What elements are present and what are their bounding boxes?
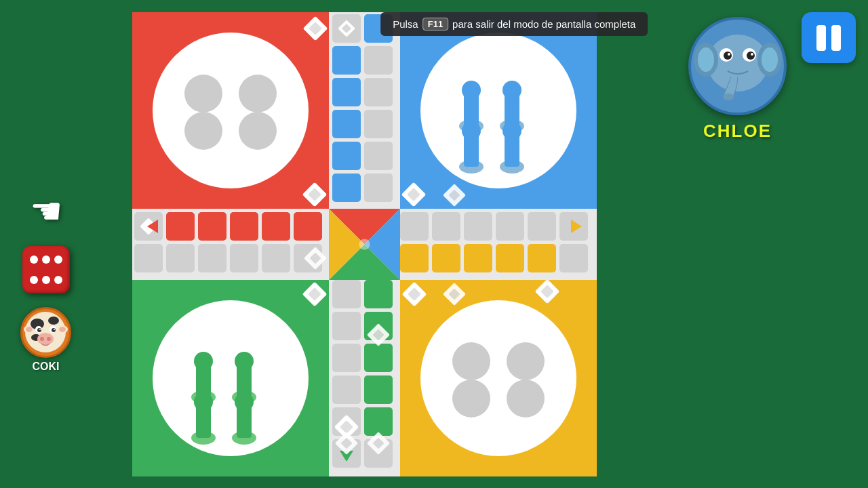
svg-rect-76 (496, 212, 524, 241)
dice-icon[interactable] (22, 246, 70, 293)
svg-point-7 (239, 75, 277, 113)
chloe-player: CHLOE (688, 17, 787, 142)
chloe-avatar-circle (688, 17, 787, 115)
svg-point-16 (502, 81, 521, 100)
svg-rect-66 (262, 244, 290, 272)
svg-rect-72 (432, 212, 460, 241)
svg-point-23 (153, 300, 309, 456)
dice-dot (42, 256, 50, 264)
svg-point-8 (184, 112, 222, 150)
svg-point-145 (47, 337, 51, 341)
tooltip-suffix: para salir del modo de pantalla completa (452, 18, 635, 30)
svg-point-153 (724, 52, 732, 60)
svg-point-154 (747, 52, 755, 60)
svg-point-36 (420, 300, 576, 456)
svg-point-40 (507, 380, 545, 418)
hand-pointer-icon: ☚ (30, 190, 62, 232)
svg-rect-45 (332, 46, 361, 75)
svg-rect-75 (464, 244, 492, 272)
svg-rect-49 (332, 110, 361, 138)
svg-rect-48 (364, 78, 393, 106)
svg-point-6 (184, 75, 222, 113)
svg-point-10 (420, 33, 576, 188)
svg-rect-59 (166, 212, 195, 241)
svg-point-155 (728, 53, 730, 56)
svg-point-132 (26, 327, 33, 332)
svg-rect-52 (364, 142, 393, 170)
svg-rect-85 (332, 312, 361, 340)
svg-rect-74 (464, 212, 492, 241)
chloe-label: CHLOE (703, 121, 772, 142)
svg-rect-88 (364, 344, 393, 372)
svg-rect-73 (432, 244, 460, 272)
svg-point-150 (762, 47, 778, 72)
svg-point-29 (235, 352, 254, 371)
svg-point-156 (751, 53, 753, 56)
svg-rect-87 (332, 344, 361, 372)
svg-rect-50 (364, 110, 393, 138)
svg-rect-92 (364, 407, 393, 436)
dice-dot (54, 256, 62, 264)
dice-dot (30, 276, 38, 284)
svg-point-35 (235, 392, 254, 411)
svg-rect-51 (332, 142, 361, 170)
pause-bar-left (816, 25, 826, 51)
svg-point-116 (359, 239, 370, 250)
svg-rect-46 (364, 46, 393, 75)
ludo-board (132, 12, 597, 476)
tooltip-prefix: Pulsa (393, 18, 418, 30)
pause-button[interactable] (802, 12, 856, 63)
svg-rect-64 (230, 244, 258, 272)
svg-rect-78 (528, 212, 556, 241)
coki-player: COKI (20, 307, 71, 373)
svg-point-37 (452, 342, 490, 380)
svg-point-143 (37, 333, 54, 345)
pause-bar-right (831, 25, 841, 51)
svg-point-141 (39, 329, 41, 330)
svg-rect-65 (262, 212, 290, 241)
dice-dot (42, 276, 50, 284)
coki-label: COKI (33, 361, 60, 373)
svg-point-135 (48, 317, 59, 325)
svg-rect-77 (496, 244, 524, 272)
svg-point-26 (194, 352, 213, 371)
svg-point-38 (507, 342, 545, 380)
svg-rect-70 (400, 212, 429, 241)
svg-rect-61 (198, 212, 226, 241)
tooltip-key: F11 (422, 18, 448, 30)
svg-point-9 (239, 112, 277, 150)
svg-point-140 (52, 328, 56, 332)
svg-rect-53 (332, 174, 361, 202)
svg-point-32 (194, 392, 213, 411)
svg-rect-67 (294, 212, 322, 241)
svg-point-157 (723, 94, 734, 100)
svg-rect-83 (332, 280, 361, 308)
svg-rect-57 (134, 244, 163, 272)
svg-point-5 (153, 33, 309, 188)
left-panel: ☚ (20, 190, 71, 373)
svg-point-39 (452, 380, 490, 418)
svg-rect-81 (559, 244, 588, 272)
svg-point-142 (54, 329, 55, 330)
svg-point-133 (59, 327, 66, 332)
svg-point-144 (40, 337, 44, 341)
dice-dot (54, 276, 62, 284)
svg-rect-90 (364, 375, 393, 404)
svg-rect-63 (230, 212, 258, 241)
svg-rect-62 (198, 244, 226, 272)
svg-rect-71 (400, 244, 429, 272)
svg-rect-79 (528, 244, 556, 272)
coki-avatar-circle (20, 307, 71, 358)
svg-point-13 (462, 81, 481, 100)
dice-dot (30, 256, 38, 264)
svg-rect-84 (364, 280, 393, 308)
svg-rect-89 (332, 375, 361, 404)
svg-rect-60 (166, 244, 195, 272)
svg-point-22 (502, 121, 521, 140)
svg-point-139 (37, 328, 41, 332)
fullscreen-tooltip: Pulsa F11 para salir del modo de pantall… (380, 12, 648, 36)
svg-point-19 (462, 121, 481, 140)
svg-rect-55 (364, 174, 393, 202)
svg-point-148 (698, 47, 714, 72)
svg-rect-47 (332, 78, 361, 106)
